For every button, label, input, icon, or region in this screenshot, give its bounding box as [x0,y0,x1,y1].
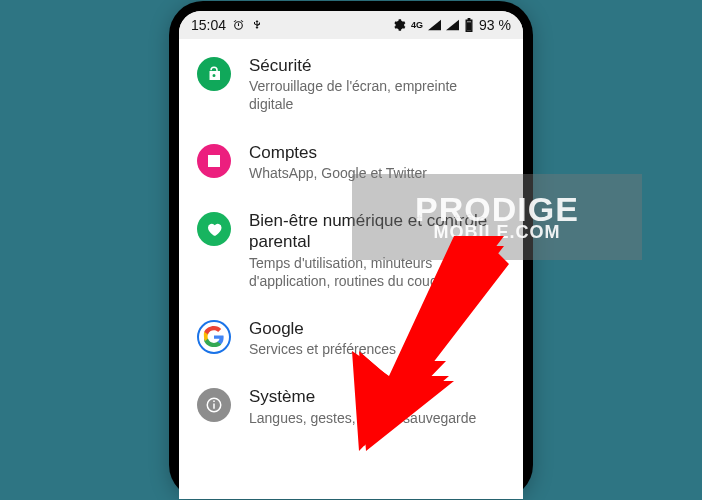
status-right: 4G 93 % [392,17,511,33]
settings-list: Sécurité Verrouillage de l'écran, emprei… [179,39,523,441]
settings-item-accounts[interactable]: Comptes WhatsApp, Google et Twitter [179,128,523,196]
settings-item-title: Comptes [249,142,503,163]
lock-open-icon [197,57,231,91]
screen: 15:04 4G [179,11,523,499]
svg-rect-3 [213,404,215,409]
settings-item-google[interactable]: Google Services et préférences [179,304,523,372]
battery-icon [464,18,474,32]
google-g-icon [197,320,231,354]
battery-percentage: 93 % [479,17,511,33]
svg-rect-0 [467,22,471,30]
settings-item-title: Bien-être numérique et contrôle parental [249,210,503,253]
settings-item-security[interactable]: Sécurité Verrouillage de l'écran, emprei… [179,41,523,128]
settings-item-texts: Système Langues, gestes, heure, sauvegar… [249,386,503,426]
settings-item-system[interactable]: Système Langues, gestes, heure, sauvegar… [179,372,523,440]
settings-item-texts: Bien-être numérique et contrôle parental… [249,210,503,290]
settings-item-title: Google [249,318,503,339]
settings-item-subtitle: Services et préférences [249,340,503,358]
status-bar: 15:04 4G [179,11,523,39]
settings-item-texts: Sécurité Verrouillage de l'écran, emprei… [249,55,503,114]
settings-item-subtitle: Verrouillage de l'écran, empreinte digit… [249,77,503,113]
settings-item-texts: Comptes WhatsApp, Google et Twitter [249,142,503,182]
status-left: 15:04 [191,17,263,33]
settings-item-wellbeing[interactable]: Bien-être numérique et contrôle parental… [179,196,523,304]
settings-item-title: Système [249,386,503,407]
settings-item-title: Sécurité [249,55,503,76]
status-time: 15:04 [191,17,226,33]
alarm-icon [232,19,245,32]
usb-icon [251,18,263,32]
network-4g-icon: 4G [411,20,423,30]
signal-icon-1 [428,19,441,31]
settings-item-subtitle: Langues, gestes, heure, sauvegarde [249,409,503,427]
settings-item-subtitle: Temps d'utilisation, minuteurs d'applica… [249,254,503,290]
settings-cog-icon [392,18,406,32]
settings-item-texts: Google Services et préférences [249,318,503,358]
heart-icon [197,212,231,246]
info-icon [197,388,231,422]
account-box-icon [197,144,231,178]
svg-rect-4 [213,401,215,403]
settings-item-subtitle: WhatsApp, Google et Twitter [249,164,503,182]
signal-icon-2 [446,19,459,31]
phone-frame: 15:04 4G [169,1,533,499]
